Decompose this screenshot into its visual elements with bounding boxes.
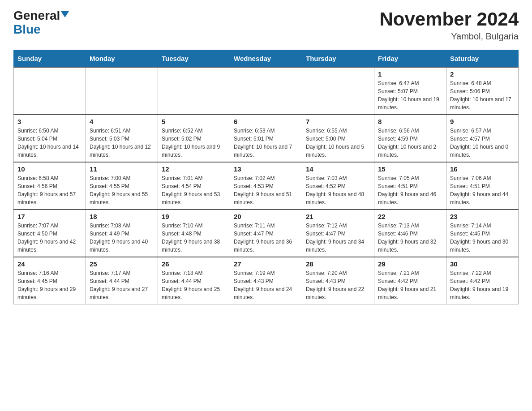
- header-wednesday: Wednesday: [230, 50, 302, 68]
- calendar-subtitle: Yambol, Bulgaria: [379, 31, 519, 42]
- calendar-cell: 13Sunrise: 7:02 AMSunset: 4:53 PMDayligh…: [230, 162, 302, 210]
- day-info: Sunrise: 7:14 AMSunset: 4:45 PMDaylight:…: [450, 222, 515, 254]
- day-number: 6: [234, 118, 298, 125]
- calendar-cell: 25Sunrise: 7:17 AMSunset: 4:44 PMDayligh…: [86, 257, 158, 304]
- title-block: November 2024 Yambol, Bulgaria: [379, 9, 519, 42]
- day-number: 19: [162, 213, 226, 220]
- day-info: Sunrise: 7:18 AMSunset: 4:44 PMDaylight:…: [162, 269, 226, 301]
- day-info: Sunrise: 7:12 AMSunset: 4:47 PMDaylight:…: [306, 222, 370, 254]
- day-number: 16: [450, 165, 515, 173]
- header-sunday: Sunday: [14, 50, 86, 68]
- day-number: 23: [450, 213, 515, 220]
- calendar-cell: 14Sunrise: 7:03 AMSunset: 4:52 PMDayligh…: [302, 162, 374, 210]
- day-info: Sunrise: 6:51 AMSunset: 5:03 PMDaylight:…: [90, 127, 154, 159]
- calendar-title: November 2024: [379, 9, 519, 30]
- day-info: Sunrise: 7:19 AMSunset: 4:43 PMDaylight:…: [234, 269, 298, 301]
- day-number: 15: [378, 165, 442, 173]
- day-number: 21: [306, 213, 370, 220]
- calendar-cell: 23Sunrise: 7:14 AMSunset: 4:45 PMDayligh…: [446, 210, 519, 257]
- day-info: Sunrise: 7:22 AMSunset: 4:42 PMDaylight:…: [450, 269, 515, 301]
- day-number: 22: [378, 213, 442, 220]
- header-thursday: Thursday: [302, 50, 374, 68]
- calendar-cell: [14, 67, 86, 115]
- day-info: Sunrise: 7:01 AMSunset: 4:54 PMDaylight:…: [162, 174, 226, 206]
- day-info: Sunrise: 6:56 AMSunset: 4:59 PMDaylight:…: [378, 127, 442, 159]
- logo-chevron-icon: [61, 11, 69, 21]
- day-info: Sunrise: 7:13 AMSunset: 4:46 PMDaylight:…: [378, 222, 442, 254]
- calendar-week-row: 17Sunrise: 7:07 AMSunset: 4:50 PMDayligh…: [14, 210, 519, 257]
- day-number: 11: [90, 165, 154, 173]
- calendar-cell: 28Sunrise: 7:20 AMSunset: 4:43 PMDayligh…: [302, 257, 374, 304]
- day-number: 8: [378, 118, 442, 125]
- day-number: 17: [17, 213, 82, 220]
- calendar-cell: 9Sunrise: 6:57 AMSunset: 4:57 PMDaylight…: [446, 115, 519, 162]
- header-monday: Monday: [86, 50, 158, 68]
- day-number: 30: [450, 260, 515, 268]
- calendar-cell: 29Sunrise: 7:21 AMSunset: 4:42 PMDayligh…: [374, 257, 446, 304]
- calendar-cell: 5Sunrise: 6:52 AMSunset: 5:02 PMDaylight…: [158, 115, 230, 162]
- calendar-cell: 1Sunrise: 6:47 AMSunset: 5:07 PMDaylight…: [374, 67, 446, 115]
- logo-general-text: General: [13, 9, 60, 23]
- day-info: Sunrise: 7:17 AMSunset: 4:44 PMDaylight:…: [90, 269, 154, 301]
- calendar-cell: [302, 67, 374, 115]
- day-info: Sunrise: 7:16 AMSunset: 4:45 PMDaylight:…: [17, 269, 82, 301]
- calendar-cell: 18Sunrise: 7:08 AMSunset: 4:49 PMDayligh…: [86, 210, 158, 257]
- calendar-table: Sunday Monday Tuesday Wednesday Thursday…: [13, 50, 519, 304]
- day-number: 10: [17, 165, 82, 173]
- day-info: Sunrise: 7:20 AMSunset: 4:43 PMDaylight:…: [306, 269, 370, 301]
- day-info: Sunrise: 6:58 AMSunset: 4:56 PMDaylight:…: [17, 174, 82, 206]
- header-friday: Friday: [374, 50, 446, 68]
- day-number: 4: [90, 118, 154, 125]
- day-number: 29: [378, 260, 442, 268]
- day-number: 28: [306, 260, 370, 268]
- page-header: General Blue November 2024 Yambol, Bulga…: [13, 9, 519, 42]
- day-number: 27: [234, 260, 298, 268]
- day-info: Sunrise: 6:52 AMSunset: 5:02 PMDaylight:…: [162, 127, 226, 159]
- calendar-cell: 10Sunrise: 6:58 AMSunset: 4:56 PMDayligh…: [14, 162, 86, 210]
- calendar-cell: 12Sunrise: 7:01 AMSunset: 4:54 PMDayligh…: [158, 162, 230, 210]
- calendar-cell: 27Sunrise: 7:19 AMSunset: 4:43 PMDayligh…: [230, 257, 302, 304]
- day-number: 24: [17, 260, 82, 268]
- day-info: Sunrise: 6:47 AMSunset: 5:07 PMDaylight:…: [378, 79, 442, 111]
- calendar-cell: [158, 67, 230, 115]
- day-number: 18: [90, 213, 154, 220]
- day-number: 2: [450, 70, 515, 78]
- day-number: 12: [162, 165, 226, 173]
- day-info: Sunrise: 6:57 AMSunset: 4:57 PMDaylight:…: [450, 127, 515, 159]
- day-number: 9: [450, 118, 515, 125]
- calendar-cell: 21Sunrise: 7:12 AMSunset: 4:47 PMDayligh…: [302, 210, 374, 257]
- day-number: 3: [17, 118, 82, 125]
- calendar-cell: 2Sunrise: 6:48 AMSunset: 5:06 PMDaylight…: [446, 67, 519, 115]
- calendar-body: 1Sunrise: 6:47 AMSunset: 5:07 PMDaylight…: [14, 67, 519, 304]
- day-info: Sunrise: 7:21 AMSunset: 4:42 PMDaylight:…: [378, 269, 442, 301]
- day-number: 25: [90, 260, 154, 268]
- day-info: Sunrise: 6:50 AMSunset: 5:04 PMDaylight:…: [17, 127, 82, 159]
- day-info: Sunrise: 7:07 AMSunset: 4:50 PMDaylight:…: [17, 222, 82, 254]
- day-info: Sunrise: 7:05 AMSunset: 4:51 PMDaylight:…: [378, 174, 442, 206]
- day-number: 13: [234, 165, 298, 173]
- day-number: 5: [162, 118, 226, 125]
- calendar-cell: 20Sunrise: 7:11 AMSunset: 4:47 PMDayligh…: [230, 210, 302, 257]
- day-info: Sunrise: 6:53 AMSunset: 5:01 PMDaylight:…: [234, 127, 298, 159]
- day-number: 7: [306, 118, 370, 125]
- calendar-cell: 3Sunrise: 6:50 AMSunset: 5:04 PMDaylight…: [14, 115, 86, 162]
- calendar-cell: [86, 67, 158, 115]
- day-info: Sunrise: 6:48 AMSunset: 5:06 PMDaylight:…: [450, 79, 515, 111]
- calendar-week-row: 1Sunrise: 6:47 AMSunset: 5:07 PMDaylight…: [14, 67, 519, 115]
- day-number: 1: [378, 70, 442, 78]
- header-tuesday: Tuesday: [158, 50, 230, 68]
- calendar-cell: 8Sunrise: 6:56 AMSunset: 4:59 PMDaylight…: [374, 115, 446, 162]
- day-info: Sunrise: 7:00 AMSunset: 4:55 PMDaylight:…: [90, 174, 154, 206]
- calendar-cell: 17Sunrise: 7:07 AMSunset: 4:50 PMDayligh…: [14, 210, 86, 257]
- calendar-cell: 30Sunrise: 7:22 AMSunset: 4:42 PMDayligh…: [446, 257, 519, 304]
- calendar-week-row: 3Sunrise: 6:50 AMSunset: 5:04 PMDaylight…: [14, 115, 519, 162]
- day-info: Sunrise: 6:55 AMSunset: 5:00 PMDaylight:…: [306, 127, 370, 159]
- calendar-cell: 26Sunrise: 7:18 AMSunset: 4:44 PMDayligh…: [158, 257, 230, 304]
- svg-marker-0: [61, 11, 69, 17]
- calendar-cell: 6Sunrise: 6:53 AMSunset: 5:01 PMDaylight…: [230, 115, 302, 162]
- logo: General Blue: [13, 9, 69, 37]
- day-number: 20: [234, 213, 298, 220]
- logo-blue-text: Blue: [13, 22, 41, 36]
- calendar-week-row: 10Sunrise: 6:58 AMSunset: 4:56 PMDayligh…: [14, 162, 519, 210]
- calendar-cell: 19Sunrise: 7:10 AMSunset: 4:48 PMDayligh…: [158, 210, 230, 257]
